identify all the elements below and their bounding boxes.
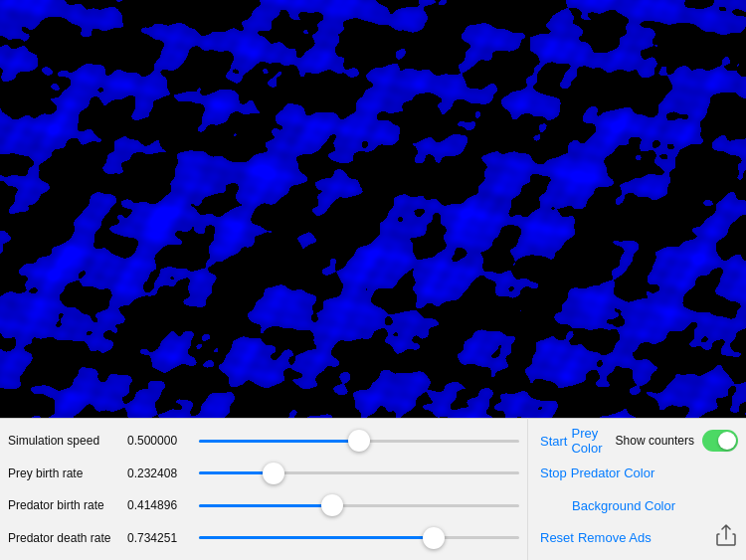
- predator-death-rate-thumb[interactable]: [423, 527, 445, 549]
- right-row-1: Start Prey Color Show counters: [536, 425, 738, 458]
- right-row-2: Stop Predator Color: [536, 458, 738, 490]
- show-counters-toggle[interactable]: [702, 430, 738, 452]
- predator-death-rate-track: [199, 536, 519, 539]
- simulation-speed-row: Simulation speed 0.500000: [0, 425, 527, 458]
- predator-death-rate-row: Predator death rate 0.734251: [0, 522, 527, 555]
- simulation-canvas: [0, 0, 746, 418]
- prey-birth-rate-track: [199, 471, 519, 474]
- predator-birth-rate-row: Predator birth rate 0.414896: [0, 489, 527, 522]
- predator-death-rate-fill: [199, 536, 434, 539]
- stop-button[interactable]: Stop: [536, 464, 571, 482]
- right-row-3: Background Color: [536, 489, 738, 522]
- predator-death-rate-label: Predator death rate: [8, 531, 127, 545]
- simulation-speed-track: [199, 440, 519, 443]
- predator-birth-rate-fill: [199, 504, 332, 507]
- predator-birth-rate-slider[interactable]: [199, 495, 519, 515]
- simulation-speed-fill: [199, 440, 359, 443]
- predator-birth-rate-label: Predator birth rate: [8, 498, 127, 512]
- share-icon: [716, 524, 736, 546]
- right-row-4: Reset Remove Ads: [536, 522, 738, 555]
- prey-birth-rate-row: Prey birth rate 0.232408: [0, 458, 527, 490]
- simulation-speed-thumb[interactable]: [348, 430, 370, 452]
- show-counters-label: Show counters: [616, 434, 694, 448]
- prey-birth-rate-thumb[interactable]: [263, 463, 284, 484]
- prey-birth-rate-label: Prey birth rate: [8, 467, 127, 480]
- start-button[interactable]: Start: [536, 432, 571, 451]
- predator-death-rate-value: 0.734251: [127, 531, 199, 545]
- simulation-speed-slider[interactable]: [199, 431, 519, 451]
- predator-birth-rate-track: [199, 504, 519, 507]
- prey-color-link[interactable]: Prey Color: [571, 426, 615, 456]
- toggle-knob: [718, 432, 736, 450]
- remove-ads-link[interactable]: Remove Ads: [578, 530, 714, 545]
- predator-birth-rate-thumb[interactable]: [321, 494, 343, 516]
- predator-birth-rate-value: 0.414896: [127, 498, 199, 512]
- background-color-link[interactable]: Background Color: [572, 498, 738, 513]
- prey-birth-rate-value: 0.232408: [127, 467, 199, 480]
- share-button[interactable]: [714, 522, 738, 553]
- predator-death-rate-slider[interactable]: [199, 528, 519, 548]
- simulation-speed-value: 0.500000: [127, 434, 199, 448]
- predator-color-link[interactable]: Predator Color: [571, 466, 738, 480]
- controls-panel: Simulation speed 0.500000 Prey birth rat…: [0, 418, 527, 560]
- right-controls-panel: Start Prey Color Show counters Stop Pred…: [527, 418, 746, 560]
- simulation-canvas-container: [0, 0, 746, 418]
- simulation-speed-label: Simulation speed: [8, 434, 127, 448]
- prey-birth-rate-slider[interactable]: [199, 464, 519, 483]
- reset-button[interactable]: Reset: [536, 528, 578, 547]
